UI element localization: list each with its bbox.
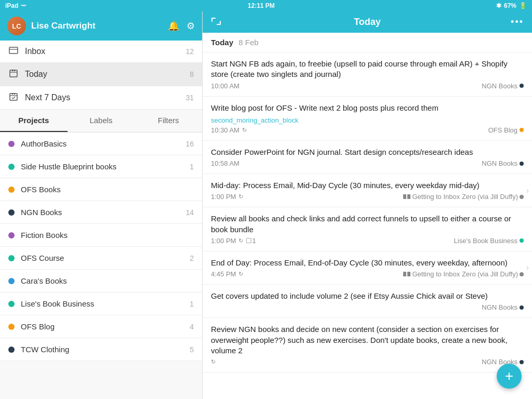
repeat-icon: ↻ — [211, 358, 216, 365]
task-project-dot — [520, 84, 524, 88]
main-layout: LC Lise Cartwright 🔔 ⚙ Inbox 12 — [0, 11, 532, 399]
project-item-tcw-clothing[interactable]: TCW Clothing 5 — [0, 338, 202, 361]
svg-rect-10 — [407, 272, 410, 276]
more-options-icon[interactable]: ••• — [511, 17, 524, 28]
section-tabs: Projects Labels Filters — [0, 110, 202, 132]
chevron-right-icon: › — [526, 186, 529, 195]
task-meta-row: NGN Books — [211, 303, 524, 311]
nav-item-inbox[interactable]: Inbox 12 — [0, 41, 202, 63]
project-name-ofs-books: OFS Books — [21, 185, 61, 194]
nav-item-next7days[interactable]: Next 7 Days 31 — [0, 86, 202, 110]
task-link[interactable]: second_moring_action_block — [211, 116, 298, 124]
task-title: Review NGN books and decide on new conte… — [211, 324, 524, 356]
project-item-ofs-books[interactable]: OFS Books — [0, 178, 202, 201]
project-item-fiction-books[interactable]: Fiction Books — [0, 224, 202, 247]
task-project-dot — [520, 272, 524, 276]
project-name-tcw-clothing: TCW Clothing — [21, 345, 69, 354]
project-item-side-hustle[interactable]: Side Hustle Blueprint books 1 — [0, 155, 202, 178]
gear-icon[interactable]: ⚙ — [187, 20, 195, 32]
nav-item-today[interactable]: Today 8 — [0, 63, 202, 86]
project-count-ofs-course: 2 — [190, 254, 194, 262]
task-time: ↻ — [211, 358, 216, 365]
avatar[interactable]: LC — [7, 17, 26, 35]
project-item-ofs-course[interactable]: OFS Course 2 — [0, 247, 202, 270]
task-project-dot — [520, 360, 524, 364]
task-project-dot — [520, 195, 524, 199]
expand-icon[interactable] — [211, 17, 221, 28]
svg-rect-5 — [12, 93, 13, 95]
sidebar-user: LC Lise Cartwright — [7, 17, 96, 35]
today-count: 8 — [190, 70, 194, 78]
svg-rect-4 — [10, 94, 17, 100]
task-title: Mid-day: Process Email, Mid-Day Cycle (3… — [211, 180, 524, 191]
sidebar-header: LC Lise Cartwright 🔔 ⚙ — [0, 11, 202, 41]
project-count-authorbasics: 16 — [185, 140, 194, 148]
svg-rect-0 — [9, 47, 18, 54]
task-project: NGN Books — [482, 82, 524, 90]
battery-icon: 🔋 — [519, 2, 527, 9]
task-title: Review all books and check links and add… — [211, 214, 524, 235]
project-name-ofs-course: OFS Course — [21, 254, 64, 262]
task-title: Get covers updated to include volume 2 (… — [211, 291, 524, 301]
project-name-authorbasics: AuthorBasics — [21, 139, 66, 148]
username: Lise Cartwright — [31, 21, 96, 31]
task-project-dot — [520, 128, 524, 132]
task-project: NGN Books — [482, 159, 524, 167]
task-item[interactable]: Review all books and check links and add… — [203, 207, 532, 251]
svg-rect-3 — [14, 70, 15, 71]
add-task-button[interactable]: + — [497, 364, 522, 389]
bell-icon[interactable]: 🔔 — [168, 20, 179, 32]
svg-rect-7 — [403, 194, 406, 199]
task-title: Consider PowerPoint for NGN journal. Sta… — [211, 147, 524, 157]
task-meta-row: 4:45 PM ↻ Getting to Inbox Zero (via Jil… — [211, 270, 524, 278]
task-item[interactable]: Get covers updated to include volume 2 (… — [203, 285, 532, 318]
task-item[interactable]: Review NGN books and decide on new conte… — [203, 318, 532, 373]
svg-rect-1 — [10, 70, 17, 77]
tab-filters[interactable]: Filters — [135, 110, 202, 132]
ipad-label: iPad ᅲ — [5, 2, 26, 9]
task-item[interactable]: Start NGN FB ads again, to freebie (upse… — [203, 52, 532, 97]
task-project-dot — [520, 305, 524, 310]
task-project: NGN Books — [482, 303, 524, 311]
project-name-ofs-blog: OFS Blog — [21, 322, 55, 331]
task-project: Getting to Inbox Zero (via Jill Duffy) — [403, 193, 524, 201]
repeat-icon: ↻ — [242, 127, 247, 134]
task-meta-row: 10:00 AM NGN Books — [211, 82, 524, 90]
project-item-ngn-books[interactable]: NGN Books 14 — [0, 201, 202, 224]
book-icon — [403, 271, 410, 277]
project-item-ofs-blog[interactable]: OFS Blog 4 — [0, 315, 202, 338]
project-item-caras-books[interactable]: Cara's Books — [0, 270, 202, 292]
content-title: Today — [232, 17, 503, 28]
project-dot-lise-book-business — [8, 301, 15, 307]
svg-rect-8 — [407, 194, 410, 199]
task-item[interactable]: Mid-day: Process Email, Mid-Day Cycle (3… — [203, 174, 532, 207]
task-project: Lise's Book Business — [454, 237, 524, 245]
inbox-icon — [8, 47, 19, 56]
task-time: 1:00 PM ↻ — [211, 193, 243, 201]
task-item[interactable]: End of Day: Process Email, End-of-Day Cy… — [203, 251, 532, 285]
tab-projects[interactable]: Projects — [0, 110, 68, 132]
task-list: Start NGN FB ads again, to freebie (upse… — [203, 52, 532, 399]
project-dot-ofs-course — [8, 255, 15, 261]
project-dot-ngn-books — [8, 209, 15, 216]
today-label: Today — [25, 70, 47, 79]
next7days-label: Next 7 Days — [25, 93, 70, 102]
project-name-side-hustle: Side Hustle Blueprint books — [21, 162, 116, 171]
battery-label: 67% — [504, 2, 516, 9]
project-item-lise-book-business[interactable]: Lise's Book Business 1 — [0, 292, 202, 315]
date-value: 8 Feb — [238, 38, 258, 47]
project-dot-tcw-clothing — [8, 347, 15, 353]
content-header: Today ••• — [203, 11, 532, 33]
task-item[interactable]: Write blog post for OFS - Write next 2 b… — [203, 97, 532, 141]
status-bar: iPad ᅲ 12:11 PM ✱ 67% 🔋 — [0, 0, 532, 11]
project-name-fiction-books: Fiction Books — [21, 231, 68, 240]
project-item-authorbasics[interactable]: AuthorBasics 16 — [0, 132, 202, 155]
task-project: OFS Blog — [488, 126, 524, 134]
tab-labels[interactable]: Labels — [68, 110, 135, 132]
repeat-icon: ↻ — [238, 193, 243, 200]
svg-rect-9 — [403, 272, 406, 276]
main-content: Today ••• Today 8 Feb Start NGN FB ads a… — [203, 11, 532, 399]
sidebar: LC Lise Cartwright 🔔 ⚙ Inbox 12 — [0, 11, 203, 399]
task-project-dot — [520, 238, 524, 243]
task-item[interactable]: Consider PowerPoint for NGN journal. Sta… — [203, 141, 532, 174]
